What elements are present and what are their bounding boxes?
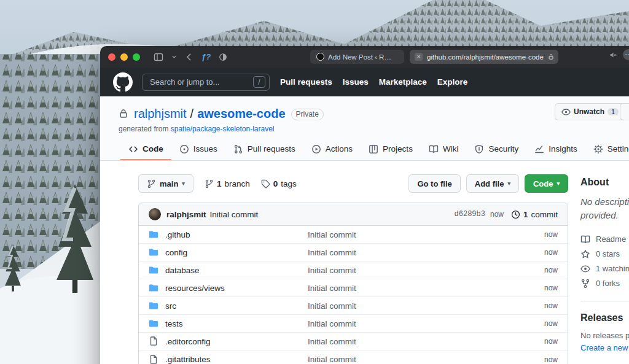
browser-toolbar: ƒ? Add New Post ‹ R… ✕ github.com/ralphj… (100, 46, 629, 68)
file-row[interactable]: .github Initial commit now (139, 226, 568, 244)
github-nav: Pull requests Issues Marketplace Explore (280, 77, 467, 87)
tab-label: Insights (549, 144, 577, 153)
file-row[interactable]: tests Initial commit now (139, 315, 568, 333)
star-button-partial[interactable] (620, 103, 629, 120)
file-age: now (544, 355, 558, 364)
userscript-extension-icon[interactable]: ƒ? (201, 52, 211, 61)
file-age: now (544, 301, 558, 310)
issue-icon (179, 144, 189, 154)
tab-insights[interactable]: Insights (526, 139, 585, 160)
code-download-button[interactable]: Code ▾ (525, 174, 568, 193)
repo-title: ralphjsmit / awesome-code Private (100, 104, 629, 123)
latest-commit-bar: ralphjsmit Initial commit d6289b3 now 1 … (139, 203, 568, 226)
close-window-button[interactable] (108, 53, 115, 61)
file-name-link[interactable]: tests (165, 319, 183, 328)
nav-issues[interactable]: Issues (343, 77, 369, 87)
window-controls (108, 53, 140, 61)
tags-link[interactable]: 0 tags (261, 179, 297, 188)
chevron-down-icon[interactable] (171, 54, 177, 60)
commit-author-link[interactable]: ralphjsmit (166, 210, 206, 219)
security-icon (474, 144, 484, 154)
repo-name-link[interactable]: awesome-code (197, 107, 285, 121)
tab-label: Code (143, 144, 163, 153)
watching-label: 1 watching (596, 264, 629, 273)
minimize-window-button[interactable] (120, 53, 128, 61)
sidebar-toggle-icon[interactable] (154, 52, 163, 62)
template-repo-link[interactable]: spatie/package-skeleton-laravel (171, 125, 275, 133)
watching-link[interactable]: 1 watching (580, 261, 629, 276)
browser-tab-active[interactable]: ✕ github.com/ralphjsmit/awesome-code (410, 50, 558, 64)
shield-extension-icon[interactable] (219, 53, 227, 61)
file-row[interactable]: config Initial commit now (139, 244, 568, 261)
folder-icon (149, 230, 158, 239)
caret-down-icon: ▾ (182, 180, 185, 187)
add-file-button[interactable]: Add file ▾ (466, 174, 519, 193)
tab-settings[interactable]: Settings (585, 139, 629, 160)
branches-link[interactable]: 1 branch (205, 179, 250, 188)
file-commit-link[interactable]: Initial commit (308, 266, 356, 275)
readme-link[interactable]: Readme (580, 232, 629, 247)
unwatch-button[interactable]: Unwatch 1 ▾ (555, 103, 629, 120)
file-commit-link[interactable]: Initial commit (308, 319, 356, 328)
generated-from: generated from spatie/package-skeleton-l… (100, 125, 629, 133)
tab-projects[interactable]: Projects (361, 139, 421, 160)
file-name-link[interactable]: .gitattributes (165, 355, 211, 364)
fork-icon (580, 279, 590, 288)
commit-sha-link[interactable]: d6289b3 (455, 210, 485, 219)
browser-tab-inactive[interactable]: Add New Post ‹ R… (310, 50, 404, 64)
file-commit-link[interactable]: Initial commit (308, 230, 356, 239)
file-commit-link[interactable]: Initial commit (308, 248, 356, 257)
file-row[interactable]: resources/views Initial commit now (139, 279, 568, 297)
file-name-link[interactable]: .github (165, 230, 190, 239)
tab-wiki[interactable]: Wiki (421, 139, 467, 160)
file-row[interactable]: .editorconfig Initial commit now (139, 333, 568, 350)
file-name-link[interactable]: resources/views (165, 284, 225, 293)
file-name-link[interactable]: database (165, 266, 200, 275)
file-commit-link[interactable]: Initial commit (308, 355, 356, 364)
file-commit-link[interactable]: Initial commit (308, 337, 356, 346)
avatar[interactable] (149, 208, 161, 220)
file-icon (149, 355, 158, 364)
tab-code[interactable]: Code (120, 139, 171, 160)
file-age: now (544, 319, 558, 328)
clock-icon (511, 210, 520, 219)
github-logo[interactable] (113, 72, 133, 92)
forks-link[interactable]: 0 forks (580, 276, 629, 291)
nav-marketplace[interactable]: Marketplace (379, 77, 427, 87)
branch-select-button[interactable]: main ▾ (138, 174, 193, 193)
watch-count: 1 (608, 108, 619, 115)
commit-history-link[interactable]: 1 commit (511, 210, 558, 219)
file-browser: ralphjsmit Initial commit d6289b3 now 1 … (138, 203, 568, 364)
book-icon (580, 234, 590, 244)
file-age: now (544, 337, 558, 346)
file-row[interactable]: src Initial commit now (139, 297, 568, 315)
stars-link[interactable]: 0 stars (580, 247, 629, 261)
more-icon[interactable]: ⋯ (623, 49, 629, 60)
wordpress-favicon (316, 53, 324, 61)
create-release-link[interactable]: Create a new release (580, 343, 629, 352)
file-row[interactable]: database Initial commit now (139, 261, 568, 279)
tab-pull-requests[interactable]: Pull requests (225, 139, 303, 160)
actions-icon (311, 144, 321, 154)
go-to-file-button[interactable]: Go to file (408, 174, 460, 193)
tab-security[interactable]: Security (466, 139, 526, 160)
repo-owner-link[interactable]: ralphjsmit (134, 107, 187, 121)
back-icon[interactable] (185, 53, 193, 61)
file-name-link[interactable]: src (165, 301, 176, 311)
file-row[interactable]: .gitattributes Initial commit now (139, 350, 568, 364)
close-tab-icon[interactable]: ✕ (415, 53, 423, 61)
tab-issues[interactable]: Issues (171, 139, 225, 160)
tab-actions[interactable]: Actions (303, 139, 361, 160)
search-input[interactable] (149, 77, 253, 87)
nav-pull-requests[interactable]: Pull requests (280, 77, 332, 87)
commit-message-link[interactable]: Initial commit (210, 210, 259, 219)
mute-icon[interactable] (609, 51, 617, 59)
go-to-file-label: Go to file (417, 179, 451, 188)
file-commit-link[interactable]: Initial commit (308, 284, 356, 293)
file-commit-link[interactable]: Initial commit (308, 301, 356, 311)
eye-icon (561, 107, 571, 117)
zoom-window-button[interactable] (133, 53, 140, 61)
nav-explore[interactable]: Explore (437, 77, 468, 87)
file-name-link[interactable]: .editorconfig (165, 337, 211, 346)
file-name-link[interactable]: config (165, 248, 187, 257)
